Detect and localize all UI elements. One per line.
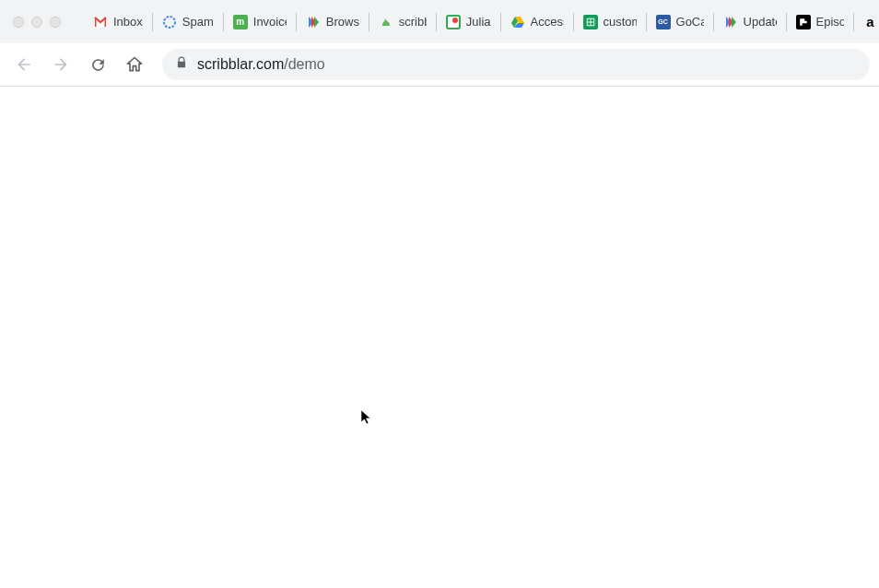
bookmark-scribblar[interactable]: scribblar [373,11,432,33]
svg-point-0 [164,17,175,28]
cursor-icon [360,409,373,429]
bookmark-episodes[interactable]: Episodes [791,11,850,33]
bookmark-label: Episodes [816,15,844,29]
address-bar[interactable]: scribblar.com/demo [162,49,870,80]
gc-icon: GC [656,15,671,29]
toolbar: scribblar.com/demo [0,43,879,86]
bookmark-access[interactable]: Access [505,11,569,33]
bookmark-label: customers [604,15,637,29]
m-icon: m [233,15,248,29]
forward-button[interactable] [46,50,76,79]
bookmark-label: Inbox [113,15,143,29]
url-text: scribblar.com/demo [197,56,325,73]
url-path: /demo [284,56,324,72]
bookmark-amazon[interactable]: a [858,11,878,33]
bookmark-label: Julia [466,15,491,29]
bookmark-julia[interactable]: Julia [440,11,497,33]
multiarrow-icon [306,15,321,29]
flipboard-icon [796,15,811,29]
bookmark-label: Spam [182,15,214,29]
traffic-maximize[interactable] [50,17,61,28]
bookmark-updates[interactable]: Updates [718,11,782,33]
gdrive-icon [510,15,525,29]
bookmark-invoice[interactable]: m Invoice [228,11,292,33]
svg-point-2 [452,18,458,23]
bookmarks-bar: Inbox Spam m Invoice Browse scribblar [0,0,879,43]
lock-icon [175,56,188,73]
bookmark-label: GoCardless [676,15,704,29]
gsheets-icon [583,15,598,29]
back-button[interactable] [9,50,39,79]
bookmark-spam[interactable]: Spam [157,11,219,33]
julia-icon [446,15,461,29]
traffic-close[interactable] [13,17,24,28]
traffic-minimize[interactable] [31,17,42,28]
url-host: scribblar.com [197,56,284,72]
home-button[interactable] [120,50,149,79]
bookmark-label: Browse [326,15,359,29]
bookmark-label: scribblar [399,15,427,29]
bookmark-gocardless[interactable]: GC GoCardless [650,11,709,33]
bookmark-inbox[interactable]: Inbox [88,11,148,33]
page-content [0,87,879,588]
amazon-icon: a [863,15,878,29]
multiarrow-icon [723,15,738,29]
bookmark-label: Updates [744,15,777,29]
bookmark-label: Invoice [253,15,287,29]
bookmark-label: Access [531,15,564,29]
scribblar-icon [379,15,393,29]
bookmark-customers[interactable]: customers [578,11,642,33]
octo-icon [162,15,177,29]
bookmark-browse[interactable]: Browse [300,11,365,33]
window-controls [0,0,61,43]
reload-button[interactable] [83,50,112,79]
gmail-icon [93,15,108,29]
